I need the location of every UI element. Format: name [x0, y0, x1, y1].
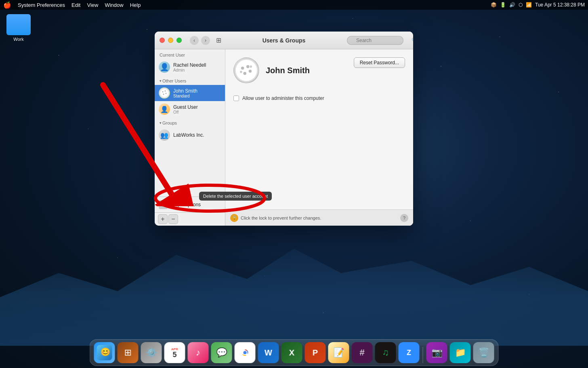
svg-point-3 — [160, 89, 168, 97]
rachel-role: Admin — [173, 68, 221, 72]
menu-edit[interactable]: Edit — [71, 2, 80, 8]
john-role: Standard — [173, 94, 221, 98]
dock-powerpoint[interactable]: P — [305, 342, 326, 363]
svg-point-5 — [165, 91, 166, 92]
user-avatar-large — [233, 57, 259, 83]
bluetooth-icon: ⬡ — [519, 2, 523, 8]
app-name: System Preferences — [18, 2, 65, 8]
window-controls — [160, 38, 182, 43]
maximize-button[interactable] — [176, 38, 182, 43]
lock-icon[interactable]: 🔒 — [230, 214, 238, 222]
window-bottom-bar: 🔒 Click the lock to prevent further chan… — [225, 209, 413, 226]
login-options-label: Login Options — [171, 202, 201, 207]
sidebar-item-john[interactable]: John Smith Standard — [155, 85, 225, 101]
add-user-button[interactable]: + — [158, 214, 168, 224]
lock-text: Click the lock to prevent further change… — [241, 216, 321, 220]
dock-sysprefs[interactable]: ⚙️ — [141, 342, 162, 363]
add-remove-bar: + − — [155, 212, 225, 226]
clock: Tue Apr 5 12:38:28 PM — [535, 2, 585, 8]
battery-icon: 🔋 — [500, 2, 506, 8]
svg-point-13 — [244, 72, 247, 75]
dock-calendar[interactable]: APR 5 — [164, 342, 185, 363]
dock-excel[interactable]: X — [281, 342, 302, 363]
sidebar-spacer — [155, 143, 225, 197]
menubar: 🍎 System Preferences Edit View Window He… — [0, 0, 588, 10]
john-name: John Smith — [173, 88, 221, 94]
allow-admin-label: Allow user to administer this computer — [242, 95, 324, 101]
svg-point-4 — [162, 91, 164, 93]
back-button[interactable]: ‹ — [190, 36, 199, 45]
desktop: 🍎 System Preferences Edit View Window He… — [0, 0, 588, 368]
volume-icon: 🔊 — [509, 2, 515, 8]
svg-point-20 — [244, 351, 247, 354]
dock-trash[interactable]: 🗑️ — [473, 342, 494, 363]
svg-point-10 — [241, 67, 244, 70]
remove-user-button[interactable]: − — [168, 214, 178, 224]
svg-point-11 — [246, 65, 250, 68]
dock-notes[interactable]: 📝 — [328, 342, 349, 363]
search-input[interactable] — [347, 36, 403, 45]
dock-iphoto[interactable]: 📷 — [426, 342, 447, 363]
desktop-folder[interactable]: Work — [6, 14, 31, 42]
sidebar-item-rachel[interactable]: 👤 Rachel Needell Admin — [155, 59, 225, 75]
svg-point-9 — [236, 60, 257, 81]
minimize-button[interactable] — [168, 38, 173, 43]
folder-label: Work — [13, 37, 23, 42]
svg-point-6 — [166, 93, 167, 94]
grid-button[interactable]: ⊞ — [214, 36, 223, 45]
reset-password-button[interactable]: Reset Password... — [354, 57, 405, 68]
rachel-avatar: 👤 — [159, 61, 170, 73]
dock-music[interactable]: ♪ — [188, 342, 209, 363]
main-user-name: John Smith — [266, 66, 310, 75]
svg-point-12 — [249, 70, 252, 73]
svg-point-7 — [163, 94, 164, 95]
wifi-icon: 📶 — [526, 2, 532, 8]
guest-role: Off — [173, 110, 221, 114]
lock-area[interactable]: 🔒 Click the lock to prevent further chan… — [230, 214, 321, 222]
close-button[interactable] — [160, 38, 165, 43]
john-avatar — [159, 87, 170, 99]
svg-point-14 — [240, 71, 242, 73]
guest-avatar: 👤 — [159, 104, 170, 115]
sidebar-item-labworks[interactable]: 👥 LabWorks Inc. — [155, 127, 225, 143]
sidebar-item-guest[interactable]: 👤 Guest User Off — [155, 101, 225, 117]
menu-view[interactable]: View — [87, 2, 98, 8]
john-info: John Smith Standard — [173, 88, 221, 98]
dock-word[interactable]: W — [258, 342, 279, 363]
guest-name: Guest User — [173, 104, 221, 110]
labworks-info: LabWorks Inc. — [173, 132, 221, 138]
dock-zoom[interactable]: Z — [399, 342, 420, 363]
dropbox-icon: 📦 — [491, 2, 497, 8]
help-button[interactable]: ? — [400, 214, 408, 222]
folder-icon — [6, 14, 31, 35]
window-titlebar: ‹ › ⊞ Users & Groups 🔍 — [155, 32, 413, 49]
dock-launchpad[interactable]: ⊞ — [118, 342, 139, 363]
dock-finder[interactable]: 😊 — [94, 342, 115, 363]
login-icon: ⊟ — [159, 200, 168, 209]
dock-files[interactable]: 📁 — [450, 342, 471, 363]
forward-button[interactable]: › — [201, 36, 210, 45]
menu-window[interactable]: Window — [105, 2, 123, 8]
users-groups-window: ‹ › ⊞ Users & Groups 🔍 Current User 👤 — [155, 32, 413, 226]
allow-admin-checkbox[interactable] — [233, 95, 239, 101]
allow-admin-row: Allow user to administer this computer — [233, 95, 405, 101]
sidebar-bottom: ⊟ Login Options + − — [155, 197, 225, 226]
dock-spotify[interactable]: ♫ — [375, 342, 396, 363]
apple-menu[interactable]: 🍎 — [3, 1, 11, 9]
other-users-chevron: ▾ — [160, 79, 162, 83]
dock-slack[interactable]: # — [352, 342, 373, 363]
menu-help[interactable]: Help — [130, 2, 141, 8]
rachel-info: Rachel Needell Admin — [173, 62, 221, 72]
search-icon: 🔍 — [412, 38, 413, 43]
dock: 😊 ⊞ ⚙️ APR 5 ♪ 💬 W X P 📝 # ♫ Z � — [90, 339, 499, 366]
window-title: Users & Groups — [262, 37, 306, 44]
tooltip: Delete the selected user account — [199, 192, 272, 201]
dock-separator — [423, 347, 423, 363]
menubar-right: 📦 🔋 🔊 ⬡ 📶 Tue Apr 5 12:38:28 PM — [491, 2, 585, 8]
dock-messages[interactable]: 💬 — [211, 342, 232, 363]
other-users-label: ▾ Other Users — [155, 75, 225, 85]
dock-chrome[interactable] — [235, 342, 256, 363]
svg-text:😊: 😊 — [101, 347, 111, 357]
window-content: Current User 👤 Rachel Needell Admin ▾ Ot… — [155, 49, 413, 226]
sidebar: Current User 👤 Rachel Needell Admin ▾ Ot… — [155, 49, 225, 226]
